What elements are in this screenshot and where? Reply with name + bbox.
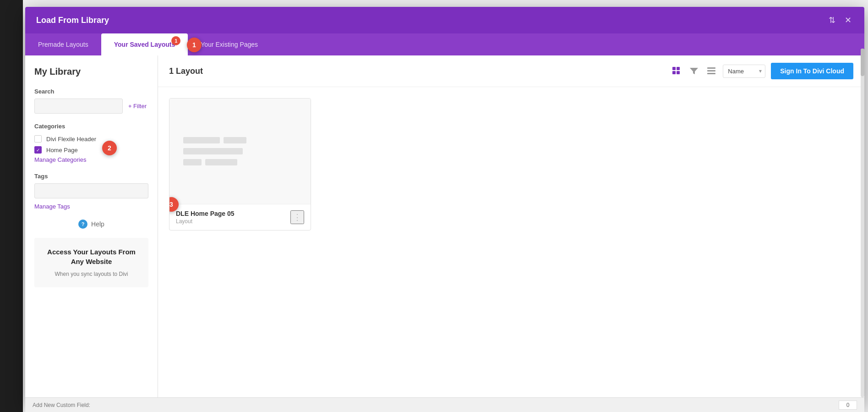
- bottom-bar: 0: [25, 397, 864, 412]
- skeleton-row-2: [183, 148, 297, 154]
- layout-count: 1 Layout: [169, 66, 203, 76]
- svg-rect-0: [672, 67, 676, 70]
- manage-categories-link[interactable]: Manage Categories: [34, 156, 86, 163]
- close-button[interactable]: ✕: [843, 13, 853, 27]
- search-label: Search: [34, 88, 148, 95]
- modal-tabs: Premade Layouts Your Saved Layouts 1 You…: [25, 33, 864, 55]
- layout-card-menu-button[interactable]: ⋮: [290, 210, 304, 224]
- sort-select[interactable]: Name Date Category: [723, 65, 765, 78]
- tags-input[interactable]: [34, 183, 148, 198]
- grid-view-button[interactable]: [671, 65, 682, 77]
- category-label-home-page: Home Page: [46, 147, 78, 154]
- tags-label: Tags: [34, 173, 148, 180]
- tab-premade-layouts[interactable]: Premade Layouts: [25, 33, 101, 55]
- skeleton-row-1: [183, 137, 297, 143]
- sidebar-title: My Library: [34, 66, 148, 77]
- preview-skeleton: [183, 137, 297, 165]
- skeleton-block: [183, 148, 243, 154]
- annotation-badge-2: 2: [102, 141, 117, 155]
- category-item-divi-flexile[interactable]: Divi Flexile Header: [34, 133, 148, 144]
- skeleton-block: [183, 137, 220, 143]
- grid-icon: [672, 67, 681, 75]
- filter-icon: [690, 67, 698, 75]
- category-item-home-page[interactable]: ✓ Home Page 2: [34, 144, 148, 155]
- skeleton-block: [183, 159, 202, 165]
- svg-rect-2: [672, 71, 676, 74]
- modal-body: My Library Search + Filter Categories Di…: [25, 55, 864, 405]
- promo-box: Access Your Layouts From Any Website Whe…: [34, 238, 148, 287]
- help-icon: ?: [78, 220, 87, 229]
- main-toolbar: 1 Layout: [158, 55, 864, 87]
- sort-select-wrapper: Name Date Category: [723, 65, 765, 78]
- search-input[interactable]: [34, 99, 123, 114]
- svg-rect-5: [707, 67, 715, 69]
- modal-header: Load From Library ⇅ ✕: [25, 7, 864, 33]
- category-label-divi-flexile: Divi Flexile Header: [46, 136, 96, 143]
- svg-rect-6: [707, 70, 715, 71]
- load-from-library-modal: Load From Library ⇅ ✕ Premade Layouts Yo…: [25, 7, 864, 405]
- bottom-counter: 0: [839, 401, 857, 410]
- layout-card-text: DLE Home Page 05 Layout: [176, 210, 235, 225]
- help-label: Help: [91, 220, 104, 228]
- layout-card-title: DLE Home Page 05: [176, 210, 235, 217]
- skeleton-block: [224, 137, 246, 143]
- list-icon: [707, 67, 715, 75]
- custom-field-input[interactable]: [33, 402, 839, 408]
- layout-card-info: DLE Home Page 05 Layout ⋮: [169, 204, 311, 230]
- sidebar-header: My Library: [34, 66, 148, 79]
- filter-view-button[interactable]: [688, 65, 700, 77]
- svg-rect-7: [707, 73, 715, 74]
- search-row: + Filter: [34, 99, 148, 114]
- tab-saved-layouts[interactable]: Your Saved Layouts 1: [101, 33, 188, 55]
- library-main: 1 Layout: [158, 55, 864, 405]
- promo-desc: When you sync layouts to Divi: [42, 270, 141, 278]
- layout-card-type: Layout: [176, 218, 235, 225]
- svg-rect-3: [677, 71, 680, 74]
- sort-icon-button[interactable]: ⇅: [827, 13, 837, 27]
- category-checkbox-home-page[interactable]: ✓: [34, 146, 42, 154]
- modal-header-actions: ⇅ ✕: [827, 13, 853, 27]
- library-sidebar: My Library Search + Filter Categories Di…: [25, 55, 158, 405]
- toolbar-right: Name Date Category Sign In To Divi Cloud: [671, 63, 853, 79]
- categories-label: Categories: [34, 123, 148, 130]
- promo-title: Access Your Layouts From Any Website: [42, 247, 141, 266]
- svg-marker-4: [690, 68, 698, 74]
- modal-scrollbar[interactable]: [861, 49, 864, 397]
- skeleton-block: [205, 159, 237, 165]
- layout-card[interactable]: DLE Home Page 05 Layout ⋮ 3: [169, 98, 311, 231]
- tab-badge-saved: 1: [171, 36, 180, 45]
- sign-in-divi-cloud-button[interactable]: Sign In To Divi Cloud: [771, 63, 853, 79]
- category-checkbox-divi-flexile[interactable]: [34, 135, 42, 143]
- skeleton-row-3: [183, 159, 297, 165]
- layout-card-preview: [169, 99, 311, 204]
- wp-sidebar: [0, 0, 23, 412]
- tags-section: Tags Manage Tags: [34, 173, 148, 210]
- filter-button[interactable]: + Filter: [126, 103, 148, 110]
- svg-rect-1: [677, 67, 680, 70]
- help-row[interactable]: ? Help: [34, 220, 148, 229]
- categories-section: Categories Divi Flexile Header ✓ Home Pa…: [34, 123, 148, 164]
- scrollbar-thumb[interactable]: [861, 49, 864, 76]
- annotation-badge-1: 1: [187, 38, 202, 52]
- layouts-grid: DLE Home Page 05 Layout ⋮ 3: [158, 87, 864, 405]
- list-view-button[interactable]: [705, 65, 717, 77]
- search-section: Search + Filter: [34, 88, 148, 114]
- manage-tags-link[interactable]: Manage Tags: [34, 203, 70, 210]
- modal-title: Load From Library: [36, 16, 109, 25]
